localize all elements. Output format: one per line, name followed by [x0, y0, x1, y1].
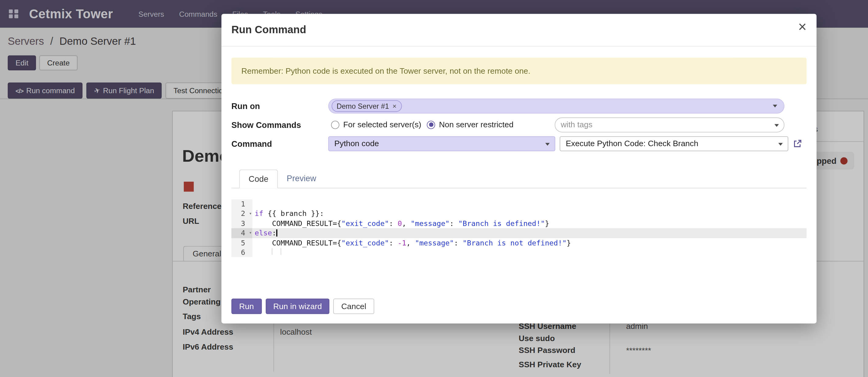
run-on-row: Run on Demo Server #1 ✕: [231, 96, 807, 115]
code-editor[interactable]: 12▾34▾56 if {{ branch }}: COMMAND_RESULT…: [231, 200, 807, 257]
chevron-down-icon: [775, 124, 779, 127]
command-select-value: Execute Python Code: Check Branch: [566, 139, 698, 148]
code-line-3[interactable]: COMMAND_RESULT={"exit_code": 0, "message…: [252, 219, 807, 228]
dialog-body: Remember: Python code is executed on the…: [222, 47, 816, 323]
code-line-1[interactable]: [252, 200, 807, 209]
dialog-header: Run Command ×: [222, 14, 816, 46]
chevron-down-icon[interactable]: [773, 105, 777, 107]
cancel-button[interactable]: Cancel: [334, 298, 374, 314]
code-line-2[interactable]: if {{ branch }}:: [252, 209, 807, 219]
run-on-field[interactable]: Demo Server #1 ✕: [329, 98, 785, 113]
run-button[interactable]: Run: [231, 298, 261, 314]
run-on-label: Run on: [231, 101, 328, 111]
fold-icon[interactable]: ▾: [249, 209, 252, 219]
radio-for-selected-servers-label: For selected server(s): [343, 120, 421, 129]
text-cursor: [276, 229, 277, 237]
code-line-5[interactable]: COMMAND_RESULT={"exit_code": -1, "messag…: [252, 238, 807, 248]
command-row: Command Python code Execute Python Code:…: [231, 134, 807, 153]
command-select[interactable]: Execute Python Code: Check Branch: [560, 136, 788, 151]
dialog-title: Run Command: [231, 24, 807, 36]
tab-code[interactable]: Code: [239, 170, 278, 188]
alert-text: Remember: Python code is executed on the…: [241, 66, 530, 75]
run-command-dialog: Run Command × Remember: Python code is e…: [222, 14, 816, 323]
show-commands-row: Show Commands For selected server(s) Non…: [231, 115, 807, 134]
with-tags-placeholder: with tags: [561, 120, 593, 129]
run-command-form: Run on Demo Server #1 ✕ Show Commands: [231, 96, 807, 153]
command-type-value: Python code: [335, 139, 379, 148]
command-type-select[interactable]: Python code: [329, 136, 555, 151]
show-commands-label: Show Commands: [231, 120, 328, 129]
run-in-wizard-button[interactable]: Run in wizard: [266, 298, 330, 314]
dialog-footer: Run Run in wizard Cancel: [231, 298, 807, 323]
gutter-line-5[interactable]: 5: [231, 238, 252, 248]
app-root: Cetmix Tower Servers Commands Files Tool…: [0, 0, 868, 377]
tab-preview[interactable]: Preview: [278, 170, 325, 188]
radio-selected-icon[interactable]: [427, 121, 435, 129]
server-tag-label: Demo Server #1: [337, 102, 389, 110]
server-tag[interactable]: Demo Server #1 ✕: [332, 100, 402, 112]
fold-icon[interactable]: ▾: [249, 228, 252, 238]
code-line-6[interactable]: [252, 248, 807, 257]
radio-unselected-icon[interactable]: [331, 121, 339, 129]
gutter-line-4[interactable]: 4▾: [231, 228, 252, 238]
gutter-line-2[interactable]: 2▾: [231, 209, 252, 219]
editor-tabs: Code Preview: [231, 170, 807, 188]
alert-warning: Remember: Python code is executed on the…: [231, 58, 807, 84]
close-icon[interactable]: ×: [798, 20, 807, 34]
code-line-4[interactable]: else:: [252, 228, 807, 238]
gutter-line-1[interactable]: 1: [231, 200, 252, 209]
chevron-down-icon: [546, 143, 550, 145]
radio-non-server-restricted-label: Non server restricted: [439, 120, 514, 129]
code-editor-lines: if {{ branch }}: COMMAND_RESULT={"exit_c…: [252, 200, 807, 257]
code-editor-gutter: 12▾34▾56: [231, 200, 252, 257]
chevron-down-icon: [778, 143, 783, 145]
command-label: Command: [231, 139, 328, 148]
with-tags-select[interactable]: with tags: [555, 117, 785, 132]
external-link-icon[interactable]: [788, 139, 807, 148]
gutter-line-3[interactable]: 3: [231, 219, 252, 228]
remove-tag-icon[interactable]: ✕: [392, 103, 397, 109]
gutter-line-6[interactable]: 6: [231, 248, 252, 257]
radio-for-selected-servers[interactable]: For selected server(s): [331, 120, 422, 129]
radio-non-server-restricted[interactable]: Non server restricted: [427, 120, 514, 129]
